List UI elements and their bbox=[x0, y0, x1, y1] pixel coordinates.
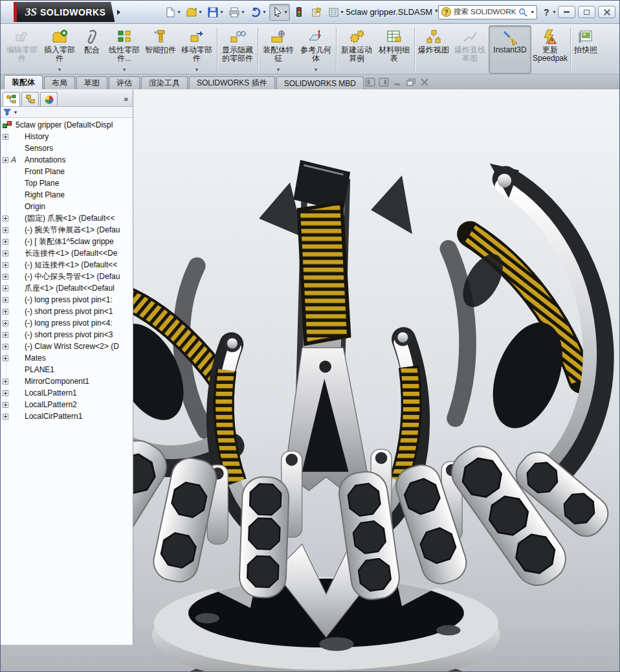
edit-component-button[interactable]: 编辑零部件 bbox=[3, 25, 41, 74]
bill-of-materials-button[interactable]: 材料明细表 bbox=[375, 25, 413, 74]
help-button[interactable]: ? bbox=[544, 7, 549, 17]
expand-icon[interactable] bbox=[3, 262, 8, 268]
tab-evaluate[interactable]: 评估 bbox=[109, 76, 140, 89]
new-motion-study-button[interactable]: 新建运动算例 bbox=[338, 25, 375, 74]
tree-item[interactable]: (-) long press pivot pin<1: bbox=[1, 294, 133, 306]
tree-item[interactable]: (-) short press pivot pin<3 bbox=[1, 329, 133, 341]
expand-icon[interactable] bbox=[3, 274, 8, 280]
tree-item[interactable]: Sensors bbox=[1, 142, 133, 154]
assembly-features-button[interactable]: 装配体特征▾ bbox=[260, 25, 297, 74]
expand-icon[interactable] bbox=[3, 355, 8, 361]
expand-icon[interactable] bbox=[3, 227, 8, 233]
minimize-button[interactable] bbox=[558, 6, 575, 18]
chevron-down-icon[interactable]: ▾ bbox=[123, 67, 126, 73]
tree-item[interactable]: History bbox=[1, 131, 133, 142]
tree-item[interactable]: (-) 短连接件<1> (Default<< bbox=[1, 259, 133, 271]
close-button[interactable] bbox=[598, 6, 615, 18]
new-document-button[interactable]: ▾ bbox=[162, 4, 183, 21]
tab-solidworks-addins[interactable]: SOLIDWORKS 插件 bbox=[189, 76, 275, 89]
take-snapshot-button[interactable]: 拍快照 bbox=[572, 25, 599, 74]
expand-icon[interactable] bbox=[3, 414, 8, 420]
expand-icon[interactable] bbox=[3, 239, 8, 245]
expand-icon[interactable] bbox=[3, 332, 8, 338]
tree-root-item[interactable]: 5claw gripper (Default<Displ bbox=[1, 119, 133, 131]
tree-item[interactable]: (-) 中心探头导管<1> (Defau bbox=[1, 271, 133, 282]
search-input[interactable]: 搜索 SOLIDWORKS 帮助 bbox=[454, 7, 516, 17]
save-button[interactable]: ▾ bbox=[205, 4, 225, 21]
tree-item[interactable]: 长连接件<1> (Default<<De bbox=[1, 247, 133, 259]
search-icon[interactable] bbox=[518, 8, 527, 17]
tree-item[interactable]: PLANE1 bbox=[1, 364, 133, 375]
tree-item[interactable]: (-) Claw Wrist Screw<2> (D bbox=[1, 341, 133, 352]
chevron-down-icon[interactable]: ▾ bbox=[58, 67, 61, 73]
tree-item[interactable]: (-) long press pivot pin<4: bbox=[1, 317, 133, 329]
update-speedpak-button[interactable]: 更新 Speedpak bbox=[531, 25, 569, 74]
expand-icon[interactable] bbox=[3, 309, 8, 315]
expand-icon[interactable] bbox=[3, 297, 8, 303]
expand-icon[interactable] bbox=[3, 286, 8, 291]
split-pane-left-icon[interactable] bbox=[365, 78, 375, 87]
expand-icon[interactable] bbox=[3, 379, 8, 385]
expand-panel-chevron[interactable]: » bbox=[124, 95, 131, 106]
tree-item[interactable]: Right Plane bbox=[1, 189, 133, 201]
close-document-icon[interactable] bbox=[419, 78, 430, 87]
tree-filter-bar[interactable]: ▾ bbox=[1, 107, 133, 118]
expand-icon[interactable] bbox=[3, 134, 8, 140]
expand-icon[interactable] bbox=[3, 216, 8, 221]
featuremanager-tree-tab[interactable] bbox=[3, 92, 20, 106]
tab-render-tools[interactable]: 渲染工具 bbox=[141, 76, 188, 89]
menu-expand-arrow[interactable] bbox=[117, 10, 120, 15]
print-button[interactable]: ▾ bbox=[226, 4, 247, 21]
reference-geometry-button[interactable]: 参考几何体▾ bbox=[297, 25, 335, 74]
restore-document-icon[interactable] bbox=[406, 78, 416, 87]
chevron-down-icon[interactable]: ▾ bbox=[277, 67, 280, 73]
explode-line-sketch-button[interactable]: 爆炸直线草图 bbox=[451, 25, 489, 74]
expand-icon[interactable] bbox=[3, 320, 8, 326]
tree-item[interactable]: MirrorComponent1 bbox=[1, 375, 133, 387]
tree-item[interactable]: AAnnotations bbox=[1, 154, 133, 166]
tree-item[interactable]: Mates bbox=[1, 352, 133, 364]
tab-solidworks-mbd[interactable]: SOLIDWORKS MBD bbox=[276, 76, 364, 89]
expand-icon[interactable] bbox=[3, 402, 8, 408]
tree-item[interactable]: (-) short press pivot pin<1 bbox=[1, 306, 133, 317]
tree-item[interactable]: LocalLPattern1 bbox=[1, 387, 133, 399]
show-hidden-components-button[interactable]: 显示隐藏的零部件 bbox=[219, 25, 256, 74]
expand-icon[interactable] bbox=[3, 344, 8, 350]
insert-components-button[interactable]: 插入零部件▾ bbox=[41, 25, 78, 74]
smart-fasteners-button[interactable]: 智能扣件 bbox=[143, 25, 178, 74]
tree-item[interactable]: Front Plane bbox=[1, 166, 133, 177]
help-dropdown-icon[interactable]: ▾ bbox=[553, 9, 555, 15]
tab-sketch[interactable]: 草图 bbox=[76, 76, 107, 89]
tree-item[interactable]: 爪座<1> (Default<<Defaul bbox=[1, 282, 133, 294]
tree-item[interactable]: LocalCirPattern1 bbox=[1, 410, 133, 422]
move-component-button[interactable]: 移动零部件▾ bbox=[178, 25, 216, 74]
open-button[interactable]: ▾ bbox=[183, 4, 204, 21]
tree-item[interactable]: (-) [ 装配体1^5claw grippe bbox=[1, 236, 133, 247]
tab-assembly[interactable]: 装配体 bbox=[4, 75, 43, 89]
options-button[interactable]: ▾ bbox=[326, 4, 346, 21]
search-box[interactable]: ? 搜索 SOLIDWORKS 帮助 ▾ bbox=[438, 5, 537, 19]
tree-item[interactable]: Top Plane bbox=[1, 177, 133, 189]
mate-button[interactable]: 配合 bbox=[78, 25, 105, 74]
tree-item[interactable]: (固定) 爪腕<1> (Default<< bbox=[1, 212, 133, 224]
expand-icon[interactable] bbox=[3, 157, 8, 163]
chevron-down-icon[interactable]: ▾ bbox=[315, 67, 317, 73]
displaymanager-tab[interactable] bbox=[40, 92, 58, 106]
select-button[interactable]: ▾ bbox=[269, 4, 290, 21]
chevron-down-icon[interactable]: ▾ bbox=[195, 67, 198, 73]
tree-item[interactable]: (-) 腕关节伸展器<1> (Defau bbox=[1, 224, 133, 236]
restore-button[interactable] bbox=[578, 6, 595, 18]
file-properties-button[interactable] bbox=[308, 4, 325, 21]
search-dropdown-icon[interactable]: ▾ bbox=[531, 9, 534, 15]
instant3d-button[interactable]: Instant3D bbox=[489, 25, 531, 74]
split-pane-right-icon[interactable] bbox=[379, 78, 389, 87]
rebuild-button[interactable] bbox=[291, 4, 307, 21]
tree-item[interactable]: LocalLPattern2 bbox=[1, 399, 133, 410]
propertymanager-tab[interactable] bbox=[21, 92, 39, 106]
tab-layout[interactable]: 布局 bbox=[44, 76, 75, 89]
minimize-document-icon[interactable] bbox=[392, 78, 403, 87]
filter-dropdown-icon[interactable]: ▾ bbox=[14, 109, 17, 115]
exploded-view-button[interactable]: 爆炸视图 bbox=[416, 25, 451, 74]
linear-component-pattern-button[interactable]: 线性零部件...▾ bbox=[105, 25, 143, 74]
undo-button[interactable]: ▾ bbox=[247, 4, 268, 21]
